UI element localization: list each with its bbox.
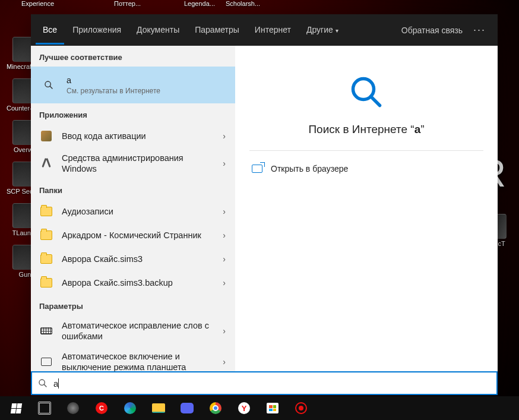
app-icon: C <box>96 402 107 414</box>
search-box[interactable]: a <box>31 371 498 395</box>
folder-icon <box>39 228 53 242</box>
chevron-right-icon: › <box>219 207 229 216</box>
result-title: Аркадром - Космический Странник <box>62 230 211 241</box>
desktop-icon-label: Gun <box>19 271 31 278</box>
result-folder[interactable]: Аврора Скайс.sims3 › <box>31 247 235 271</box>
taskbar-app[interactable] <box>59 396 87 420</box>
svg-line-1 <box>50 86 52 89</box>
preview-title: Поиск в Интернете “a” <box>308 123 424 136</box>
chevron-right-icon: › <box>219 131 229 141</box>
tablet-icon <box>39 355 53 369</box>
cube-icon <box>39 129 53 143</box>
results-list: Лучшее соответствие a См. результаты в И… <box>31 46 235 371</box>
chevron-right-icon: › <box>219 278 229 288</box>
desktop-label: Experience <box>21 0 54 7</box>
preview-term: a <box>414 123 421 135</box>
text-caret <box>58 378 59 389</box>
result-app[interactable]: Средства администрирования Windows › <box>31 148 235 179</box>
yandex-icon: Y <box>238 402 250 414</box>
result-title: Ввод кода активации <box>62 131 211 141</box>
svg-line-5 <box>44 384 46 387</box>
action-label: Открыть в браузере <box>271 164 348 173</box>
tools-icon <box>39 156 53 170</box>
taskbar-app-explorer[interactable] <box>145 396 172 420</box>
search-tabs-header: Все Приложения Документы Параметры Интер… <box>31 14 498 46</box>
taskbar-app[interactable]: C <box>88 396 115 420</box>
chrome-icon <box>210 402 221 414</box>
search-icon <box>38 378 48 388</box>
result-title: Автоматическое исправление слов с ошибка… <box>62 320 211 342</box>
result-title: Средства администрирования Windows <box>62 153 211 174</box>
desktop-top-labels: Experience Поттер... Legenda... Scholars… <box>0 0 519 8</box>
quote-close: ” <box>420 123 424 135</box>
search-input-value: a <box>53 378 58 389</box>
browser-open-icon <box>252 165 262 173</box>
folder-icon <box>152 403 165 413</box>
tab-other[interactable]: Другие▾ <box>299 15 346 45</box>
svg-line-3 <box>371 97 380 106</box>
folder-icon <box>39 276 53 290</box>
folder-icon <box>39 204 53 219</box>
start-button[interactable] <box>2 396 30 420</box>
task-view-icon <box>39 403 50 413</box>
result-title: Аврора Скайс.sims3.backup <box>62 277 211 288</box>
chevron-right-icon: › <box>219 230 229 240</box>
preview-prefix: Поиск в Интернете <box>308 123 410 135</box>
result-title: Аврора Скайс.sims3 <box>62 254 211 264</box>
section-apps: Приложения <box>31 103 235 124</box>
app-icon <box>67 402 79 414</box>
tab-web[interactable]: Интернет <box>248 15 298 45</box>
taskbar-app-yandex[interactable]: Y <box>230 396 258 420</box>
desktop-label: Scholarsh... <box>226 0 260 7</box>
chevron-down-icon: ▾ <box>336 27 338 34</box>
taskbar: C Y <box>0 396 519 420</box>
preview-pane: Поиск в Интернете “a” Открыть в браузере <box>235 46 498 371</box>
result-setting[interactable]: Автоматическое включение и выключение ре… <box>31 346 235 371</box>
keyboard-icon <box>39 324 53 338</box>
chevron-right-icon: › <box>219 159 229 168</box>
chevron-right-icon: › <box>219 357 229 367</box>
result-folder[interactable]: Аврора Скайс.sims3.backup › <box>31 271 235 295</box>
edge-icon <box>124 402 136 414</box>
tab-documents[interactable]: Документы <box>129 15 186 45</box>
windows-logo-icon <box>10 403 21 413</box>
taskbar-app-edge[interactable] <box>116 396 144 420</box>
result-subtitle: См. результаты в Интернете <box>67 87 229 95</box>
desktop-label: Legenda... <box>184 0 215 7</box>
desktop-label: Поттер... <box>114 0 141 7</box>
more-menu-button[interactable]: ··· <box>469 24 490 36</box>
tab-apps[interactable]: Приложения <box>65 15 128 45</box>
result-app[interactable]: Ввод кода активации › <box>31 124 235 148</box>
section-folders: Папки <box>31 179 235 200</box>
chevron-right-icon: › <box>219 326 229 336</box>
result-title: Автоматическое включение и выключение ре… <box>62 351 211 371</box>
search-icon <box>39 75 58 94</box>
chevron-right-icon: › <box>219 254 229 264</box>
result-folder[interactable]: Аудиозаписи › <box>31 200 235 223</box>
taskbar-app-discord[interactable] <box>173 396 201 420</box>
task-view-button[interactable] <box>31 396 58 420</box>
tab-settings[interactable]: Параметры <box>188 15 246 45</box>
taskbar-app-store[interactable] <box>259 396 286 420</box>
start-search-panel: Все Приложения Документы Параметры Интер… <box>31 14 498 395</box>
tab-all[interactable]: Все <box>36 15 64 45</box>
desktop-background: Experience Поттер... Legenda... Scholars… <box>0 0 519 420</box>
tab-other-label: Другие <box>306 25 333 34</box>
result-title: a <box>67 75 229 86</box>
result-title: Аудиозаписи <box>62 206 211 217</box>
discord-icon <box>181 403 194 413</box>
section-settings: Параметры <box>31 295 235 315</box>
divider <box>249 150 483 151</box>
open-in-browser-action[interactable]: Открыть в браузере <box>249 159 483 178</box>
result-folder[interactable]: Аркадром - Космический Странник › <box>31 223 235 247</box>
feedback-link[interactable]: Обратная связь <box>397 26 467 35</box>
taskbar-app-chrome[interactable] <box>202 396 229 420</box>
taskbar-app-record[interactable] <box>287 396 315 420</box>
store-icon <box>267 403 279 413</box>
search-icon <box>349 74 384 112</box>
record-icon <box>295 402 307 414</box>
section-best-match: Лучшее соответствие <box>31 46 235 67</box>
best-match-result[interactable]: a См. результаты в Интернете <box>31 67 235 103</box>
result-setting[interactable]: Автоматическое исправление слов с ошибка… <box>31 315 235 346</box>
folder-icon <box>39 252 53 266</box>
